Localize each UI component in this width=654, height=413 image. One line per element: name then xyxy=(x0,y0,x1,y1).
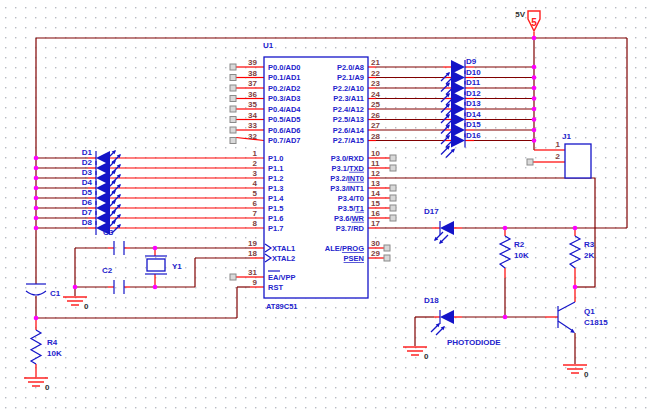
led-d6-label: D6 xyxy=(82,198,93,207)
pin-num-23: 23 xyxy=(371,79,380,88)
ground-r4-label: 0 xyxy=(45,383,50,392)
capacitor-c2-label: C2 xyxy=(102,266,113,275)
pin-num-39: 39 xyxy=(248,58,257,67)
connector-j1-label: J1 xyxy=(562,132,571,141)
pin-num-26: 26 xyxy=(371,111,380,120)
pin-name-p0-0: P0.0/AD0 xyxy=(268,63,301,72)
pin-name-p0-5: P0.5/AD5 xyxy=(268,115,301,124)
led-d9-label: D9 xyxy=(466,57,477,66)
pin-name-p0-4: P0.4/AD4 xyxy=(268,105,301,114)
pin-num-38: 38 xyxy=(248,69,257,78)
pin-name-p2-2: P2.2/A10 xyxy=(333,84,364,93)
pin-num-4: 4 xyxy=(253,179,258,188)
pin-name-ea: EA/VPP xyxy=(268,273,296,282)
pin-name-psen: PSEN xyxy=(344,254,364,263)
led-d8-label: D8 xyxy=(82,218,93,227)
pin-name-rst: RST xyxy=(268,283,283,292)
schematic-svg: U1 AT89C51 P0.0/AD0 P0.1/AD1 P0.2/AD2 P0… xyxy=(0,0,654,413)
pin-num-36: 36 xyxy=(248,90,257,99)
pin-num-5: 5 xyxy=(253,189,258,198)
led-d11-label: D11 xyxy=(466,78,481,87)
resistor-r4-value: 10K xyxy=(47,349,62,358)
pin-num-29: 29 xyxy=(371,249,380,258)
pin-num-15: 15 xyxy=(371,199,380,208)
pin-name-p1-6: P1.6 xyxy=(268,214,283,223)
pin-num-28: 28 xyxy=(371,132,380,141)
power-5v-flag-text: 5 xyxy=(531,17,537,28)
pin-name-p3-1: P3.1/TXD xyxy=(331,164,364,173)
led-d10-label: D10 xyxy=(466,68,481,77)
pin-name-p3-7: P3.7/RD xyxy=(336,224,365,233)
pin-num-27: 27 xyxy=(371,121,380,130)
led-d18-label: D18 xyxy=(424,296,439,305)
photodiode-label: PHOTODIODE xyxy=(447,338,501,347)
pin-num-10: 10 xyxy=(371,149,380,158)
resistor-r3-value: 2K xyxy=(584,251,594,260)
capacitor-c3-label: C3 xyxy=(103,228,114,237)
pin-name-p2-6: P2.6/A14 xyxy=(333,126,365,135)
chip-ref-label: U1 xyxy=(263,41,274,50)
pin-num-17: 17 xyxy=(371,219,380,228)
pin-num-34: 34 xyxy=(248,111,257,120)
pin-num-24: 24 xyxy=(371,90,380,99)
pin-num-18: 18 xyxy=(248,249,257,258)
pin-num-j1-2: 2 xyxy=(556,152,561,161)
pin-name-p3-5: P3.5/T1 xyxy=(338,204,364,213)
pin-num-31: 31 xyxy=(248,268,257,277)
pin-num-25: 25 xyxy=(371,100,380,109)
pin-name-p1-5: P1.5 xyxy=(268,204,283,213)
resistor-r2-value: 10K xyxy=(514,251,529,260)
pin-num-16: 16 xyxy=(371,209,380,218)
led-d15-label: D15 xyxy=(466,120,481,129)
pin-name-p1-3: P1.3 xyxy=(268,184,283,193)
led-d7-label: D7 xyxy=(82,208,93,217)
pin-name-p1-0: P1.0 xyxy=(268,154,283,163)
pin-num-8: 8 xyxy=(253,219,258,228)
pin-name-p1-7: P1.7 xyxy=(268,224,283,233)
pin-num-32: 32 xyxy=(248,132,257,141)
pin-name-p0-2: P0.2/AD2 xyxy=(268,84,301,93)
pin-name-p2-7: P2.7/A15 xyxy=(333,136,364,145)
pin-num-1: 1 xyxy=(253,149,258,158)
pin-name-p2-1: P2.1/A9 xyxy=(337,73,364,82)
power-5v-label: 5V xyxy=(515,10,525,19)
chip-u1[interactable]: U1 AT89C51 P0.0/AD0 P0.1/AD1 P0.2/AD2 P0… xyxy=(263,41,368,311)
pin-num-37: 37 xyxy=(248,79,257,88)
resistor-r4-ref: R4 xyxy=(47,338,58,347)
pin-num-7: 7 xyxy=(253,209,258,218)
pin-name-p0-1: P0.1/AD1 xyxy=(268,73,301,82)
pin-name-p2-0: P2.0/A8 xyxy=(337,63,364,72)
pin-num-30: 30 xyxy=(371,239,380,248)
capacitor-c1-label: C1 xyxy=(50,289,61,298)
crystal-y1-label: Y1 xyxy=(172,262,182,271)
resistor-r3-ref: R3 xyxy=(584,240,595,249)
pin-name-p3-6: P3.6/WR xyxy=(334,214,365,223)
chip-part-label: AT89C51 xyxy=(266,302,298,311)
ground-c2c3-label: 0 xyxy=(84,302,89,311)
pin-name-p3-3: P3.3/INT1 xyxy=(330,184,364,193)
pin-num-12: 12 xyxy=(371,169,380,178)
led-d17-label: D17 xyxy=(424,207,439,216)
pin-name-p3-2: P3.2/INT0 xyxy=(330,174,364,183)
pin-name-p1-4: P1.4 xyxy=(268,194,284,203)
pin-name-p0-6: P0.6/AD6 xyxy=(268,126,301,135)
pin-num-33: 33 xyxy=(248,121,257,130)
led-d16-label: D16 xyxy=(466,131,481,140)
pin-num-19: 19 xyxy=(248,239,257,248)
pin-name-p2-4: P2.4/A12 xyxy=(333,105,364,114)
pin-name-p0-3: P0.3/AD3 xyxy=(268,94,301,103)
pin-name-ale: ALE/PROG xyxy=(325,244,364,253)
pin-num-j1-1: 1 xyxy=(556,140,561,149)
led-d3-label: D3 xyxy=(82,168,93,177)
pin-num-11: 11 xyxy=(371,159,380,168)
schematic-canvas: U1 AT89C51 P0.0/AD0 P0.1/AD1 P0.2/AD2 P0… xyxy=(0,0,654,413)
transistor-q1-ref: Q1 xyxy=(584,307,595,316)
led-d14-label: D14 xyxy=(466,110,481,119)
resistor-r2-ref: R2 xyxy=(514,240,525,249)
pin-num-2: 2 xyxy=(253,159,258,168)
pin-num-6: 6 xyxy=(253,199,258,208)
pin-name-p1-2: P1.2 xyxy=(268,174,283,183)
pin-num-35: 35 xyxy=(248,100,257,109)
led-d5-label: D5 xyxy=(82,188,93,197)
ground-q1-label: 0 xyxy=(584,370,589,379)
